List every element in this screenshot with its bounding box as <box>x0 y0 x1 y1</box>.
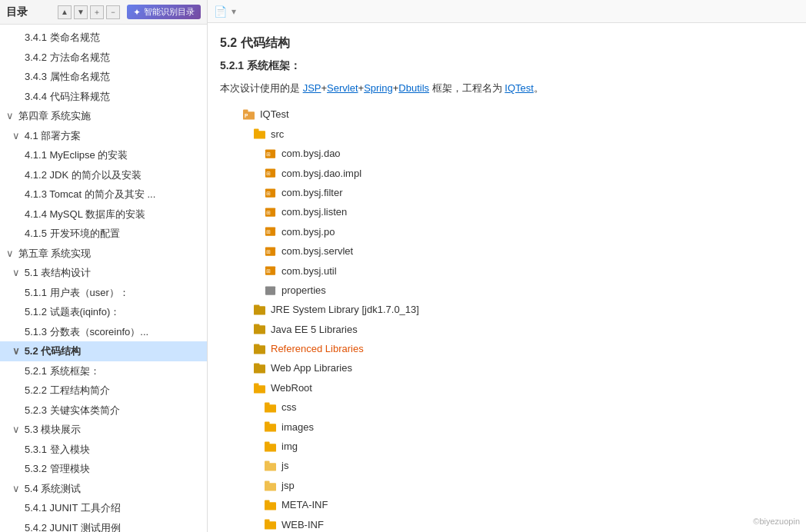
svg-rect-30 <box>265 404 276 412</box>
svg-rect-43 <box>265 520 270 523</box>
svg-text:⊞: ⊞ <box>266 171 271 176</box>
tree-pkg-util: ⊞ com.bysj.util <box>265 261 788 281</box>
toc-item-5-4-1[interactable]: 5.4.1 JUNIT 工具介绍 <box>0 498 207 518</box>
toc-label-ch5: 第五章 系统实现 <box>18 248 92 259</box>
toc-label-4-1-5: 4.1.5 开发环境的配置 <box>25 228 120 239</box>
toc-item-4-1-4[interactable]: 4.1.4 MySQL 数据库的安装 <box>0 204 207 224</box>
toc-item-4-1-2[interactable]: 4.1.2 JDK 的简介以及安装 <box>0 165 207 185</box>
toc-label-5-3-1: 5.3.1 登入模块 <box>25 444 90 455</box>
toc-item-5-3-1[interactable]: 5.3.1 登入模块 <box>0 440 207 460</box>
tree-img-label: img <box>281 437 298 455</box>
toc-label-5-2-1: 5.2.1 系统框架： <box>25 365 100 377</box>
svg-text:⊞: ⊞ <box>266 190 271 195</box>
tree-jre-lib-label: JRE System Library [jdk1.7.0_13] <box>271 301 419 318</box>
jre-lib-icon <box>254 304 265 315</box>
svg-text:P: P <box>245 113 248 118</box>
tree-meta-inf: META-INF <box>265 495 788 514</box>
toc-item-3-4-1[interactable]: 3.4.1 类命名规范 <box>0 28 207 48</box>
tree-javaee-lib: Java EE 5 Libraries <box>254 320 788 339</box>
svg-text:⊞: ⊞ <box>266 249 271 254</box>
svg-rect-19 <box>265 286 275 294</box>
pkg-po-icon: ⊞ <box>265 226 276 237</box>
svg-rect-4 <box>254 129 259 132</box>
tree-jre-lib: JRE System Library [jdk1.7.0_13] <box>254 300 788 319</box>
tree-webapp-lib: Web App Libraries <box>254 358 788 377</box>
svg-rect-31 <box>265 402 270 405</box>
toc-item-5-4[interactable]: ∨ 5.4 系统测试 <box>0 479 207 499</box>
collapse-button[interactable]: － <box>106 5 120 19</box>
toc-item-4-1-1[interactable]: 4.1.1 MyEclipse 的安装 <box>0 145 207 165</box>
svg-text:⊞: ⊞ <box>266 229 271 234</box>
toc-arrow-5-3: ∨ <box>12 424 23 435</box>
svg-rect-24 <box>254 345 265 354</box>
toc-item-5-2-3[interactable]: 5.2.3 关键实体类简介 <box>0 401 207 421</box>
toc-item-5-1[interactable]: ∨ 5.1 表结构设计 <box>0 263 207 283</box>
toc-arrow-ch4: ∨ <box>6 110 17 121</box>
toc-item-5-2[interactable]: ∨ 5.2 代码结构 <box>0 341 207 361</box>
toc-label-4-1-2: 4.1.2 JDK 的简介以及安装 <box>25 169 142 181</box>
toc-item-3-4-3[interactable]: 3.4.3 属性命名规范 <box>0 67 207 87</box>
tree-css: css <box>265 397 788 417</box>
toc-label-5-3: 5.3 模块展示 <box>25 424 82 435</box>
ai-recognize-button[interactable]: ✦ 智能识别目录 <box>127 5 201 19</box>
images-folder-icon <box>265 421 276 432</box>
tree-jsp-label: jsp <box>281 477 295 494</box>
toc-item-ch5[interactable]: ∨ 第五章 系统实现 <box>0 244 207 264</box>
toc-item-5-2-2[interactable]: 5.2.2 工程结构简介 <box>0 381 207 401</box>
svg-rect-40 <box>265 502 276 510</box>
img-folder-icon <box>265 441 276 452</box>
tree-pkg-po: ⊞ com.bysj.po <box>265 222 788 241</box>
sub-section-title: 5.2.1 系统框架： <box>220 59 788 73</box>
toc-item-4-1-3[interactable]: 4.1.3 Tomcat 的简介及其安 ... <box>0 185 207 204</box>
toc-item-5-3-2[interactable]: 5.3.2 管理模块 <box>0 459 207 479</box>
toc-item-3-4-4[interactable]: 3.4.4 代码注释规范 <box>0 87 207 107</box>
src-folder-icon <box>254 128 265 139</box>
svg-rect-22 <box>254 326 265 334</box>
toc-arrow-4-1: ∨ <box>12 130 23 141</box>
highlight-dbutils: Dbutils <box>398 82 429 94</box>
tree-pkg-filter-label: com.bysj.filter <box>281 184 342 201</box>
svg-text:⊞: ⊞ <box>266 210 271 215</box>
toc-item-5-4-2[interactable]: 5.4.2 JUNIT 测试用例 <box>0 518 207 533</box>
tree-pkg-dao-impl: ⊞ com.bysj.dao.impl <box>265 164 788 183</box>
svg-rect-41 <box>265 500 270 503</box>
webroot-folder-icon <box>254 383 265 394</box>
tree-meta-inf-label: META-INF <box>281 496 328 514</box>
toc-label-5-2-2: 5.2.2 工程结构简介 <box>25 384 110 396</box>
tree-web-inf-label: WEB-INF <box>281 516 324 532</box>
toc-label-5-1-2: 5.1.2 试题表(iqinfo)： <box>25 306 120 318</box>
svg-rect-20 <box>254 306 265 314</box>
toc-arrow-ch5: ∨ <box>6 248 17 259</box>
watermark: ©biyezuopin <box>753 517 800 526</box>
collapse-down-button[interactable]: ▼ <box>74 5 88 19</box>
toc-item-5-1-1[interactable]: 5.1.1 用户表（user）： <box>0 283 207 303</box>
toc-label-5-4-2: 5.4.2 JUNIT 测试用例 <box>25 522 121 533</box>
toc-item-4-1-5[interactable]: 4.1.5 开发环境的配置 <box>0 224 207 244</box>
toc-label-4-1: 4.1 部署方案 <box>25 130 82 141</box>
toc-item-5-2-1[interactable]: 5.2.1 系统框架： <box>0 361 207 381</box>
meta-inf-folder-icon <box>265 500 276 510</box>
content-toolbar: 📄 ▾ <box>208 0 806 23</box>
svg-rect-38 <box>265 483 276 490</box>
tree-src: src <box>243 125 788 144</box>
collapse-up-button[interactable]: ▲ <box>58 5 72 19</box>
svg-rect-36 <box>265 463 276 470</box>
sidebar-header: 目录 ▲ ▼ ＋ － ✦ 智能识别目录 <box>0 0 207 25</box>
tree-src-label: src <box>271 125 284 143</box>
toc-item-5-3[interactable]: ∨ 5.3 模块展示 <box>0 420 207 440</box>
toc-arrow-5-4: ∨ <box>12 483 23 494</box>
sidebar: 目录 ▲ ▼ ＋ － ✦ 智能识别目录 3.4.1 类命名规范3.4.2 方法命… <box>0 0 208 532</box>
toc-item-5-1-2[interactable]: 5.1.2 试题表(iqinfo)： <box>0 302 207 322</box>
toc-item-4-1[interactable]: ∨ 4.1 部署方案 <box>0 126 207 146</box>
expand-button[interactable]: ＋ <box>90 5 104 19</box>
document-icon: 📄 <box>214 5 227 18</box>
tree-images-label: images <box>281 418 314 436</box>
svg-rect-26 <box>254 364 265 373</box>
tree-img: img <box>265 437 788 456</box>
toc-item-3-4-2[interactable]: 3.4.2 方法命名规范 <box>0 48 207 68</box>
toc-label-ch4: 第四章 系统实施 <box>18 110 92 121</box>
toc-item-5-1-3[interactable]: 5.1.3 分数表（scoreinfo）... <box>0 322 207 342</box>
toc-item-ch4[interactable]: ∨ 第四章 系统实施 <box>0 106 207 126</box>
content-area: 📄 ▾ 5.2 代码结构 5.2.1 系统框架： 本次设计使用的是 JSP+Se… <box>208 0 806 532</box>
svg-rect-33 <box>265 422 270 425</box>
